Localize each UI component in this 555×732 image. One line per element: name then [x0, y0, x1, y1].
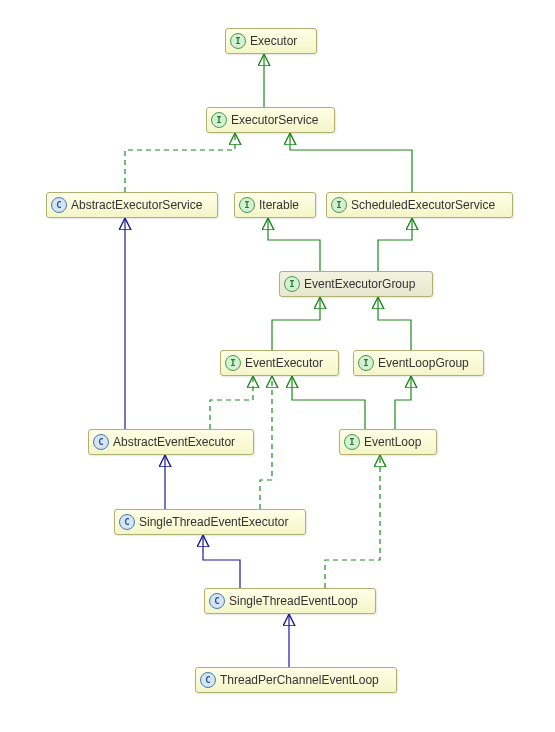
interface-icon: I [230, 33, 246, 49]
class-icon: C [209, 593, 225, 609]
node-label: SingleThreadEventLoop [229, 594, 358, 608]
class-icon: C [119, 514, 135, 530]
node-label: EventExecutor [245, 356, 323, 370]
node-label: SingleThreadEventExecutor [139, 515, 288, 529]
node-label: EventExecutorGroup [304, 277, 415, 291]
node-label: AbstractExecutorService [71, 198, 202, 212]
interface-icon: I [239, 197, 255, 213]
node-executor-service[interactable]: I ExecutorService [206, 107, 335, 133]
node-label: EventLoop [364, 435, 421, 449]
node-abstract-event-executor[interactable]: C AbstractEventExecutor [88, 429, 254, 455]
interface-icon: I [331, 197, 347, 213]
interface-icon: I [211, 112, 227, 128]
interface-icon: I [358, 355, 374, 371]
class-icon: C [93, 434, 109, 450]
node-label: ExecutorService [231, 113, 318, 127]
node-event-executor[interactable]: I EventExecutor [220, 350, 339, 376]
node-label: AbstractEventExecutor [113, 435, 235, 449]
node-label: ThreadPerChannelEventLoop [220, 673, 379, 687]
node-executor[interactable]: I Executor [225, 28, 317, 54]
node-thread-per-channel-event-loop[interactable]: C ThreadPerChannelEventLoop [195, 667, 397, 693]
node-single-thread-event-loop[interactable]: C SingleThreadEventLoop [204, 588, 376, 614]
node-label: EventLoopGroup [378, 356, 469, 370]
node-single-thread-event-executor[interactable]: C SingleThreadEventExecutor [114, 509, 306, 535]
node-scheduled-executor-service[interactable]: I ScheduledExecutorService [326, 192, 513, 218]
interface-icon: I [225, 355, 241, 371]
interface-icon: I [344, 434, 360, 450]
node-iterable[interactable]: I Iterable [234, 192, 316, 218]
node-abstract-executor-service[interactable]: C AbstractExecutorService [46, 192, 218, 218]
node-event-loop-group[interactable]: I EventLoopGroup [353, 350, 484, 376]
node-label: Iterable [259, 198, 299, 212]
node-label: Executor [250, 34, 297, 48]
class-icon: C [200, 672, 216, 688]
node-label: ScheduledExecutorService [351, 198, 495, 212]
interface-icon: I [284, 276, 300, 292]
class-icon: C [51, 197, 67, 213]
node-event-loop[interactable]: I EventLoop [339, 429, 437, 455]
node-event-executor-group[interactable]: I EventExecutorGroup [279, 271, 433, 297]
